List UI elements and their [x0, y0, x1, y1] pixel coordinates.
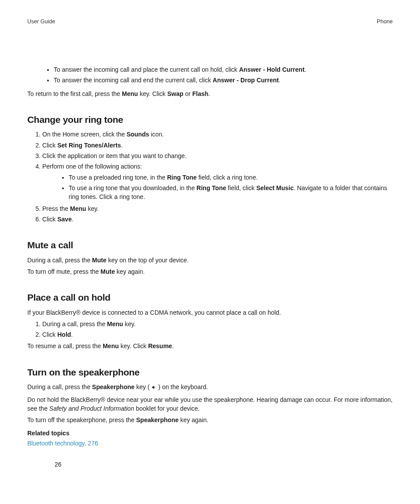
speakerphone-warning: Do not hold the BlackBerry® device near …	[27, 395, 393, 413]
resume-instruction: To resume a call, press the Menu key. Cl…	[27, 342, 393, 350]
list-item: To use a preloaded ring tone, in the Rin…	[69, 173, 393, 182]
unmute-instruction: To turn off mute, press the Mute key aga…	[27, 267, 393, 276]
list-item: Click Hold.	[42, 330, 393, 339]
list-item: To answer the incoming call and place th…	[54, 65, 393, 74]
page-number: 26	[55, 460, 62, 469]
speakerphone-on-instruction: During a call, press the Speakerphone ke…	[27, 383, 393, 392]
heading-change-ring-tone: Change your ring tone	[27, 113, 393, 126]
list-item: To use a ring tone that you downloaded, …	[69, 184, 393, 202]
heading-mute-call: Mute a call	[27, 239, 393, 252]
list-item: Click the application or item that you w…	[42, 151, 393, 160]
speakerphone-off-instruction: To turn off the speakerphone, press the …	[27, 416, 393, 424]
hold-steps: During a call, press the Menu key. Click…	[27, 320, 393, 339]
list-item: Click Set Ring Tones/Alerts.	[42, 141, 393, 150]
list-item: Perform one of the following actions: To…	[42, 162, 393, 201]
change-ring-tone-steps: On the Home screen, click the Sounds ico…	[27, 130, 393, 224]
related-link-wrap: Bluetooth technology, 276	[27, 439, 393, 448]
heading-speakerphone: Turn on the speakerphone	[27, 366, 393, 379]
page-header: User Guide Phone	[27, 18, 393, 26]
header-right: Phone	[377, 18, 393, 26]
header-left: User Guide	[27, 18, 55, 26]
answer-options-list: To answer the incoming call and place th…	[27, 65, 393, 85]
ring-tone-option-list: To use a preloaded ring tone, in the Rin…	[42, 173, 393, 202]
list-item: Click Save.	[42, 215, 393, 224]
return-first-call-note: To return to the first call, press the M…	[27, 89, 393, 98]
related-topics-heading: Related topics	[27, 429, 393, 438]
link-bluetooth-technology[interactable]: Bluetooth technology, 276	[27, 440, 98, 447]
hold-cdma-note: If your BlackBerry® device is connected …	[27, 308, 393, 317]
list-item: Press the Menu key.	[42, 204, 393, 213]
list-item: To answer the incoming call and end the …	[54, 76, 393, 85]
mute-instruction: During a call, press the Mute key on the…	[27, 256, 393, 265]
list-item: On the Home screen, click the Sounds ico…	[42, 130, 393, 139]
heading-place-on-hold: Place a call on hold	[27, 291, 393, 304]
speaker-icon	[151, 383, 157, 392]
list-item: During a call, press the Menu key.	[42, 320, 393, 328]
